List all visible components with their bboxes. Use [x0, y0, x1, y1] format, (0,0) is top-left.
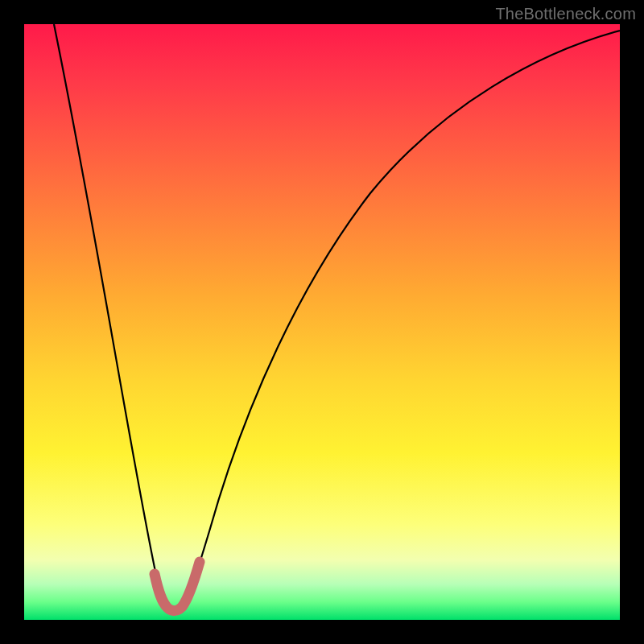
optimal-range-highlight [155, 562, 200, 611]
watermark-text: TheBottleneck.com [495, 5, 636, 23]
outer-frame: TheBottleneck.com [0, 0, 644, 644]
bottleneck-curve-svg [24, 24, 620, 620]
plot-area [24, 24, 620, 620]
bottleneck-curve [54, 24, 620, 611]
